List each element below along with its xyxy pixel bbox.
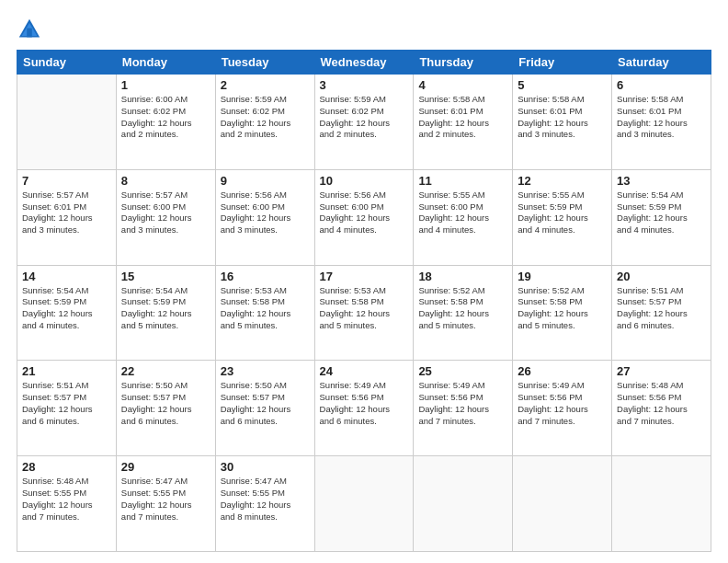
- day-info: Sunrise: 5:56 AM Sunset: 6:00 PM Dayligh…: [221, 190, 310, 236]
- day-info: Sunrise: 5:50 AM Sunset: 5:57 PM Dayligh…: [221, 380, 310, 427]
- day-cell-13: 13Sunrise: 5:54 AM Sunset: 5:59 PM Dayli…: [612, 169, 711, 265]
- day-number: 12: [518, 174, 607, 188]
- weekday-header-sunday: Sunday: [17, 51, 117, 75]
- day-info: Sunrise: 5:58 AM Sunset: 6:01 PM Dayligh…: [518, 94, 607, 141]
- weekday-header-tuesday: Tuesday: [215, 51, 314, 75]
- day-number: 25: [418, 364, 507, 378]
- day-number: 11: [418, 174, 507, 188]
- logo: [17, 17, 46, 42]
- day-cell-26: 26Sunrise: 5:49 AM Sunset: 5:56 PM Dayli…: [513, 361, 612, 456]
- day-number: 1: [121, 78, 210, 92]
- day-cell-28: 28Sunrise: 5:48 AM Sunset: 5:55 PM Dayli…: [17, 456, 117, 552]
- day-number: 21: [22, 364, 111, 378]
- week-row-5: 28Sunrise: 5:48 AM Sunset: 5:55 PM Dayli…: [17, 456, 711, 552]
- day-cell-1: 1Sunrise: 6:00 AM Sunset: 6:02 PM Daylig…: [116, 75, 215, 170]
- day-cell-18: 18Sunrise: 5:52 AM Sunset: 5:58 PM Dayli…: [414, 265, 513, 361]
- day-info: Sunrise: 6:00 AM Sunset: 6:02 PM Dayligh…: [121, 94, 210, 141]
- day-info: Sunrise: 5:50 AM Sunset: 5:57 PM Dayligh…: [121, 380, 210, 427]
- day-info: Sunrise: 5:57 AM Sunset: 6:01 PM Dayligh…: [22, 190, 111, 236]
- day-number: 17: [320, 270, 409, 283]
- empty-cell: [414, 456, 513, 552]
- day-number: 9: [221, 174, 310, 188]
- day-number: 14: [22, 270, 111, 283]
- day-number: 7: [22, 174, 111, 188]
- day-cell-16: 16Sunrise: 5:53 AM Sunset: 5:58 PM Dayli…: [215, 265, 314, 361]
- week-row-3: 14Sunrise: 5:54 AM Sunset: 5:59 PM Dayli…: [17, 265, 711, 361]
- day-cell-19: 19Sunrise: 5:52 AM Sunset: 5:58 PM Dayli…: [513, 265, 612, 361]
- day-number: 8: [121, 174, 210, 188]
- day-info: Sunrise: 5:49 AM Sunset: 5:56 PM Dayligh…: [518, 380, 607, 427]
- day-info: Sunrise: 5:52 AM Sunset: 5:58 PM Dayligh…: [518, 285, 607, 332]
- day-number: 5: [518, 78, 607, 92]
- day-info: Sunrise: 5:57 AM Sunset: 6:00 PM Dayligh…: [121, 190, 210, 236]
- day-cell-15: 15Sunrise: 5:54 AM Sunset: 5:59 PM Dayli…: [116, 265, 215, 361]
- day-info: Sunrise: 5:54 AM Sunset: 5:59 PM Dayligh…: [121, 285, 210, 332]
- day-info: Sunrise: 5:59 AM Sunset: 6:02 PM Dayligh…: [221, 94, 310, 141]
- day-number: 29: [121, 460, 210, 474]
- day-cell-23: 23Sunrise: 5:50 AM Sunset: 5:57 PM Dayli…: [215, 361, 314, 456]
- day-cell-14: 14Sunrise: 5:54 AM Sunset: 5:59 PM Dayli…: [17, 265, 117, 361]
- day-cell-6: 6Sunrise: 5:58 AM Sunset: 6:01 PM Daylig…: [612, 75, 711, 170]
- day-number: 30: [221, 460, 310, 474]
- day-cell-25: 25Sunrise: 5:49 AM Sunset: 5:56 PM Dayli…: [414, 361, 513, 456]
- day-info: Sunrise: 5:58 AM Sunset: 6:01 PM Dayligh…: [418, 94, 507, 141]
- day-info: Sunrise: 5:58 AM Sunset: 6:01 PM Dayligh…: [617, 94, 706, 141]
- day-info: Sunrise: 5:51 AM Sunset: 5:57 PM Dayligh…: [617, 285, 706, 332]
- day-number: 6: [617, 78, 706, 92]
- weekday-header-monday: Monday: [116, 51, 215, 75]
- day-info: Sunrise: 5:54 AM Sunset: 5:59 PM Dayligh…: [22, 285, 111, 332]
- logo-icon: [17, 17, 42, 42]
- day-number: 15: [121, 270, 210, 283]
- empty-cell: [612, 456, 711, 552]
- empty-cell: [314, 456, 414, 552]
- day-number: 2: [221, 78, 310, 92]
- day-cell-27: 27Sunrise: 5:48 AM Sunset: 5:56 PM Dayli…: [612, 361, 711, 456]
- day-cell-9: 9Sunrise: 5:56 AM Sunset: 6:00 PM Daylig…: [215, 169, 314, 265]
- day-info: Sunrise: 5:49 AM Sunset: 5:56 PM Dayligh…: [418, 380, 507, 427]
- day-number: 24: [320, 364, 409, 378]
- day-number: 27: [617, 364, 706, 378]
- day-info: Sunrise: 5:54 AM Sunset: 5:59 PM Dayligh…: [617, 190, 706, 236]
- day-cell-12: 12Sunrise: 5:55 AM Sunset: 5:59 PM Dayli…: [513, 169, 612, 265]
- day-info: Sunrise: 5:55 AM Sunset: 6:00 PM Dayligh…: [418, 190, 507, 236]
- day-cell-3: 3Sunrise: 5:59 AM Sunset: 6:02 PM Daylig…: [314, 75, 414, 170]
- weekday-header-saturday: Saturday: [612, 51, 711, 75]
- day-info: Sunrise: 5:59 AM Sunset: 6:02 PM Dayligh…: [320, 94, 409, 141]
- week-row-2: 7Sunrise: 5:57 AM Sunset: 6:01 PM Daylig…: [17, 169, 711, 265]
- day-info: Sunrise: 5:53 AM Sunset: 5:58 PM Dayligh…: [320, 285, 409, 332]
- day-number: 19: [518, 270, 607, 283]
- day-info: Sunrise: 5:48 AM Sunset: 5:56 PM Dayligh…: [617, 380, 706, 427]
- day-info: Sunrise: 5:49 AM Sunset: 5:56 PM Dayligh…: [320, 380, 409, 427]
- weekday-header-thursday: Thursday: [414, 51, 513, 75]
- day-number: 22: [121, 364, 210, 378]
- day-cell-24: 24Sunrise: 5:49 AM Sunset: 5:56 PM Dayli…: [314, 361, 414, 456]
- day-number: 18: [418, 270, 507, 283]
- empty-cell: [17, 75, 117, 170]
- day-cell-10: 10Sunrise: 5:56 AM Sunset: 6:00 PM Dayli…: [314, 169, 414, 265]
- day-info: Sunrise: 5:47 AM Sunset: 5:55 PM Dayligh…: [121, 476, 210, 523]
- day-cell-20: 20Sunrise: 5:51 AM Sunset: 5:57 PM Dayli…: [612, 265, 711, 361]
- day-info: Sunrise: 5:51 AM Sunset: 5:57 PM Dayligh…: [22, 380, 111, 427]
- day-number: 26: [518, 364, 607, 378]
- day-number: 23: [221, 364, 310, 378]
- weekday-header-wednesday: Wednesday: [314, 51, 414, 75]
- day-number: 3: [320, 78, 409, 92]
- week-row-1: 1Sunrise: 6:00 AM Sunset: 6:02 PM Daylig…: [17, 75, 711, 170]
- day-cell-4: 4Sunrise: 5:58 AM Sunset: 6:01 PM Daylig…: [414, 75, 513, 170]
- day-number: 10: [320, 174, 409, 188]
- day-cell-29: 29Sunrise: 5:47 AM Sunset: 5:55 PM Dayli…: [116, 456, 215, 552]
- day-number: 16: [221, 270, 310, 283]
- day-cell-11: 11Sunrise: 5:55 AM Sunset: 6:00 PM Dayli…: [414, 169, 513, 265]
- day-info: Sunrise: 5:52 AM Sunset: 5:58 PM Dayligh…: [418, 285, 507, 332]
- day-info: Sunrise: 5:47 AM Sunset: 5:55 PM Dayligh…: [221, 476, 310, 523]
- header: [17, 17, 711, 42]
- day-cell-17: 17Sunrise: 5:53 AM Sunset: 5:58 PM Dayli…: [314, 265, 414, 361]
- weekday-header-row: SundayMondayTuesdayWednesdayThursdayFrid…: [17, 51, 711, 75]
- day-cell-5: 5Sunrise: 5:58 AM Sunset: 6:01 PM Daylig…: [513, 75, 612, 170]
- day-info: Sunrise: 5:53 AM Sunset: 5:58 PM Dayligh…: [221, 285, 310, 332]
- day-cell-22: 22Sunrise: 5:50 AM Sunset: 5:57 PM Dayli…: [116, 361, 215, 456]
- day-cell-2: 2Sunrise: 5:59 AM Sunset: 6:02 PM Daylig…: [215, 75, 314, 170]
- day-info: Sunrise: 5:48 AM Sunset: 5:55 PM Dayligh…: [22, 476, 111, 523]
- empty-cell: [513, 456, 612, 552]
- day-info: Sunrise: 5:55 AM Sunset: 5:59 PM Dayligh…: [518, 190, 607, 236]
